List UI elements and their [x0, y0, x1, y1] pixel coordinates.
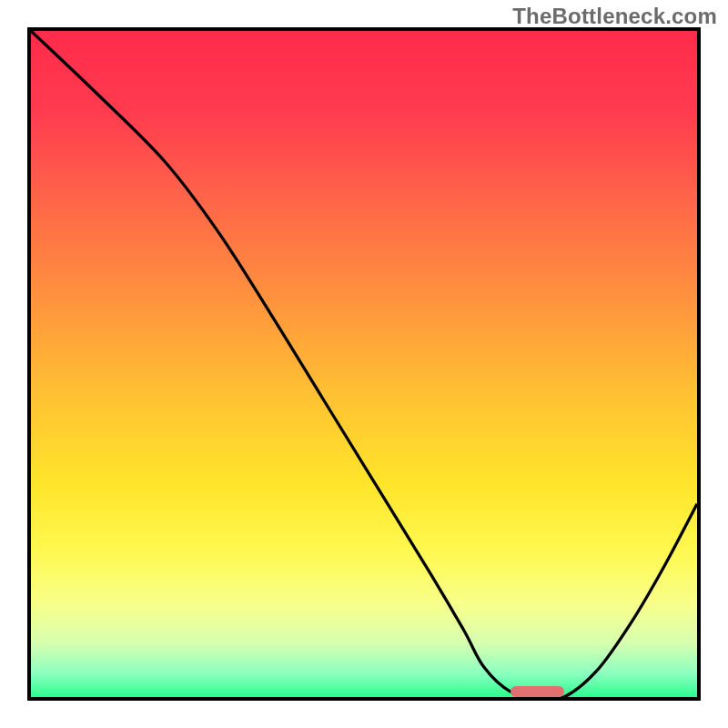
- watermark-text: TheBottleneck.com: [512, 4, 717, 29]
- chart-container: TheBottleneck.com: [0, 0, 728, 728]
- plot-frame: [27, 27, 701, 701]
- optimal-range-marker: [511, 686, 564, 697]
- svg-rect-0: [31, 31, 697, 697]
- background-gradient: [31, 31, 697, 697]
